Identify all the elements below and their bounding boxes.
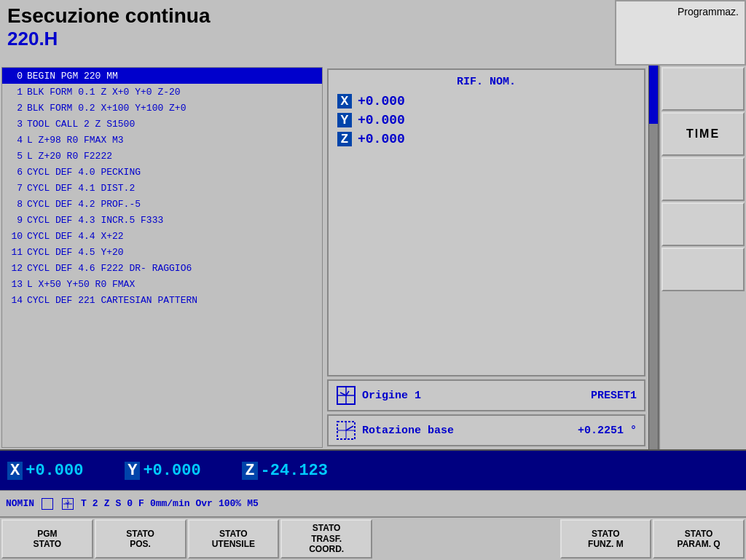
programmaz-block: Programmaz. (615, 0, 746, 66)
line-text: CYCL DEF 4.4 X+22 (27, 231, 124, 242)
program-line[interactable]: 3TOOL CALL 2 Z S1500 (2, 116, 322, 132)
s-label: S (115, 498, 121, 509)
origine-label: Origine 1 (362, 390, 585, 402)
rif-y-value: +0.000 (358, 113, 405, 127)
origine-icon (336, 385, 356, 406)
line-text: CYCL DEF 4.1 DIST.2 (27, 183, 135, 194)
t-label: T (81, 498, 87, 509)
program-line[interactable]: 0BEGIN PGM 220 MM (2, 68, 322, 84)
rotazione-box: Rotazione base +0.2251 ° (327, 414, 645, 446)
program-line[interactable]: 4L Z+98 R0 FMAX M3 (2, 132, 322, 148)
main-title: Esecuzione continua (7, 4, 608, 28)
function-button (374, 519, 466, 559)
line-text: L Z+98 R0 FMAX M3 (27, 135, 124, 146)
line-number: 11 (5, 247, 23, 258)
sidebar-right: TIME (659, 66, 746, 449)
line-number: 5 (5, 151, 23, 162)
program-line[interactable]: 13L X+50 Y+50 R0 FMAX (2, 276, 322, 292)
line-number: 3 (5, 119, 23, 130)
scroll-thumb (649, 66, 658, 124)
function-button[interactable]: STATO POS. (95, 519, 186, 559)
rotazione-label: Rotazione base (362, 425, 572, 437)
bottom-buttons: PGM STATOSTATO POS.STATO UTENSILESTATO T… (0, 516, 746, 560)
line-text: CYCL DEF 4.0 PECKING (27, 167, 141, 178)
line-text: CYCL DEF 221 CARTESIAN PATTERN (27, 295, 197, 306)
program-line[interactable]: 11CYCL DEF 4.5 Y+20 (2, 244, 322, 260)
ovr-value: 100% (219, 498, 241, 509)
rif-z-row: Z +0.000 (337, 132, 635, 146)
s-value: 0 (127, 498, 133, 509)
program-line[interactable]: 10CYCL DEF 4.4 X+22 (2, 228, 322, 244)
rif-x-row: X +0.000 (337, 94, 635, 109)
middle-section: 0BEGIN PGM 220 MM1BLK FORM 0.1 Z X+0 Y+0… (0, 66, 746, 449)
rif-x-axis: X (337, 94, 352, 109)
program-line[interactable]: 6CYCL DEF 4.0 PECKING (2, 164, 322, 180)
programmaz-label: Programmaz. (678, 6, 739, 17)
f-value: 0mm/min (150, 498, 190, 509)
line-text: BLK FORM 0.2 X+100 Y+100 Z+0 (27, 103, 186, 114)
line-number: 9 (5, 215, 23, 226)
function-button[interactable]: STATO FUNZ. M (560, 519, 652, 559)
line-number: 4 (5, 135, 23, 146)
origine-preset: PRESET1 (591, 390, 637, 402)
rif-x-value: +0.000 (358, 94, 405, 109)
line-number: 13 (5, 279, 23, 290)
line-number: 0 (5, 71, 23, 82)
sub-title: 220.H (7, 28, 608, 50)
z-position-value: -24.123 (261, 462, 348, 480)
x-axis-label: X (7, 462, 23, 480)
line-number: 12 (5, 263, 23, 274)
function-button (467, 519, 559, 559)
z-axis-label: Z (242, 462, 257, 480)
line-text: L Z+20 R0 F2222 (27, 151, 112, 162)
status-icon-square (42, 498, 53, 510)
nomin-label: NOMIN (6, 498, 34, 509)
program-list[interactable]: 0BEGIN PGM 220 MM1BLK FORM 0.1 Z X+0 Y+0… (1, 67, 323, 448)
y-axis-label: Y (125, 462, 140, 480)
left-main: 0BEGIN PGM 220 MM1BLK FORM 0.1 Z X+0 Y+0… (0, 66, 324, 449)
rif-nom-title: RIF. NOM. (337, 76, 635, 88)
rif-z-value: +0.000 (358, 132, 405, 146)
rotazione-icon (336, 420, 356, 441)
program-line[interactable]: 7CYCL DEF 4.1 DIST.2 (2, 180, 322, 196)
origine-box: Origine 1 PRESET1 (327, 379, 645, 411)
function-button[interactable]: STATO TRASF. COORD. (280, 519, 372, 559)
sidebar-button (661, 248, 745, 291)
line-number: 6 (5, 167, 23, 178)
program-line[interactable]: 5L Z+20 R0 F2222 (2, 148, 322, 164)
sidebar-button (661, 202, 745, 246)
program-line[interactable]: 8CYCL DEF 4.2 PROF.-5 (2, 196, 322, 212)
program-line[interactable]: 1BLK FORM 0.1 Z X+0 Y+0 Z-20 (2, 84, 322, 100)
line-text: CYCL DEF 4.5 Y+20 (27, 247, 124, 258)
program-line[interactable]: 12CYCL DEF 4.6 F222 DR- RAGGIO6 (2, 260, 322, 276)
program-line[interactable]: 9CYCL DEF 4.3 INCR.5 F333 (2, 212, 322, 228)
line-text: BLK FORM 0.1 Z X+0 Y+0 Z-20 (27, 87, 181, 98)
sidebar-button[interactable]: TIME (661, 112, 745, 156)
line-number: 8 (5, 199, 23, 210)
line-text: CYCL DEF 4.3 INCR.5 F333 (27, 215, 163, 226)
right-scrollbar[interactable] (648, 66, 659, 449)
x-position-value: +0.000 (25, 462, 113, 480)
line-number: 14 (5, 295, 23, 306)
line-text: TOOL CALL 2 Z S1500 (27, 119, 135, 130)
rif-z-axis: Z (337, 132, 352, 146)
position-bar: X +0.000 Y +0.000 Z -24.123 (0, 449, 746, 490)
z-label: Z (104, 498, 110, 509)
program-line[interactable]: 2BLK FORM 0.2 X+100 Y+100 Z+0 (2, 100, 322, 116)
top-area: Esecuzione continua 220.H Programmaz. (0, 0, 746, 66)
line-text: BEGIN PGM 220 MM (27, 71, 118, 82)
sidebar-button (661, 67, 745, 111)
function-button[interactable]: STATO PARAM. Q (653, 519, 745, 559)
function-button[interactable]: STATO UTENSILE (188, 519, 280, 559)
function-button[interactable]: PGM STATO (1, 519, 93, 559)
rotazione-value: +0.2251 ° (578, 425, 637, 437)
y-position-value: +0.000 (143, 462, 230, 480)
ovr-label: Ovr (196, 498, 213, 509)
line-number: 7 (5, 183, 23, 194)
status-bar: NOMIN T 2 Z S 0 F 0mm/min Ovr 100% M5 (0, 490, 746, 516)
f-label: F (138, 498, 144, 509)
program-line[interactable]: 14CYCL DEF 221 CARTESIAN PATTERN (2, 292, 322, 308)
line-number: 2 (5, 103, 23, 114)
right-main: RIF. NOM. X +0.000 Y +0.000 Z +0.000 (324, 66, 659, 449)
line-text: CYCL DEF 4.6 F222 DR- RAGGIO6 (27, 263, 192, 274)
